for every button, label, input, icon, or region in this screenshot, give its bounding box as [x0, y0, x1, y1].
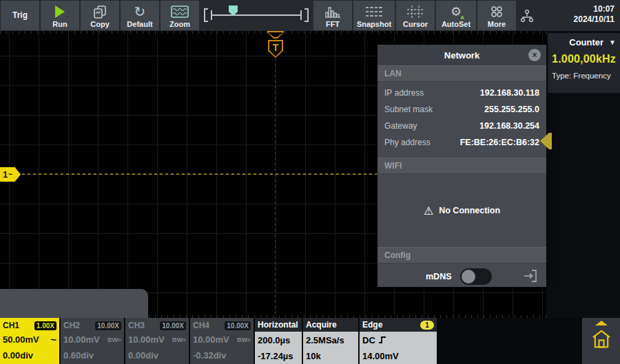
horizontal-panel[interactable]: Horizontal 200.0µs -17.24µs: [255, 318, 302, 364]
trigger-level-marker[interactable]: [540, 133, 552, 149]
counter-value: 1.000,00kHz: [552, 53, 616, 65]
wifi-status-text: No Connection: [439, 206, 500, 215]
ch2-tile[interactable]: CH2 10.00X 10.00mV BW≈ 0.60div: [61, 318, 124, 364]
ip-address-row[interactable]: IP address 192.168.30.118: [378, 85, 546, 101]
phy-address-row[interactable]: Phy address FE:BE:26:EC:B6:32: [378, 134, 546, 151]
counter-title: Counter: [569, 37, 603, 47]
sample-rate-value: 2.5MSa/s: [306, 335, 344, 345]
lan-status-icon[interactable]: [518, 0, 536, 31]
trigger-coupling-value: DC: [362, 335, 375, 345]
reset-icon: ↻: [134, 3, 146, 20]
ch4-tile[interactable]: CH4 10.00X 10.00mV BW≈ -0.32div: [190, 318, 254, 364]
expand-up-icon: [595, 321, 608, 325]
trigger-level-value: 14.00mV: [362, 351, 399, 361]
zoom-waveform-icon: [171, 3, 189, 20]
mdns-label: mDNS: [426, 272, 452, 281]
trigger-funnel-icon: [267, 31, 284, 39]
cursor-icon: [407, 3, 424, 20]
horizontal-position-slider[interactable]: [201, 0, 311, 31]
more-grid-icon: [490, 3, 503, 20]
ch1-probe-badge: 1.00X: [34, 321, 56, 330]
autoset-button[interactable]: ⚙A AutoSet: [436, 1, 476, 30]
snapshot-icon: [365, 3, 383, 20]
ch3-tile[interactable]: CH3 10.00X 10.00mV BW≈ 0.00div: [125, 318, 189, 364]
date-label: 2024/10/11: [574, 14, 614, 25]
clock: 10:07 2024/10/11: [574, 0, 620, 31]
trigger-panel[interactable]: Edge 1 DC 14.00mV: [360, 318, 437, 364]
ac-coupling-icon: ~: [50, 334, 56, 345]
config-section-header: Config: [378, 247, 546, 264]
ch1-level-marker[interactable]: 1 ~: [0, 167, 21, 182]
copy-icon: [93, 3, 107, 20]
counter-dropdown[interactable]: Counter ▼: [552, 37, 616, 47]
network-dialog: Network × LAN IP address 192.168.30.118 …: [378, 45, 546, 287]
trig-label: Trig: [12, 11, 28, 20]
slider-track: [211, 14, 302, 16]
warning-icon: ⚠: [424, 204, 433, 217]
top-toolbar: Trig Run Copy ↻ Default Zoom: [0, 0, 620, 31]
network-dialog-header: Network ×: [378, 45, 546, 65]
ch1-tile[interactable]: CH1 1.00X 50.00mV ~ 0.00div: [0, 318, 59, 364]
ch2-probe-badge: 10.00X: [95, 321, 121, 330]
apply-exit-icon[interactable]: [523, 269, 538, 285]
bandwidth-limit-icon: BW≈: [237, 336, 251, 343]
acquire-panel[interactable]: Acquire 2.5MSa/s 10k: [303, 318, 358, 364]
gateway-row[interactable]: Gateway 192.168.30.254: [378, 118, 546, 134]
cursor-button[interactable]: Cursor: [396, 1, 435, 30]
fft-icon: [324, 3, 341, 20]
slider-right-tick: [300, 10, 302, 20]
trigger-source-badge: 1: [420, 321, 434, 330]
wifi-status: ⚠ No Connection: [378, 174, 546, 247]
ch4-probe-badge: 10.00X: [225, 321, 251, 330]
run-button[interactable]: Run: [41, 1, 79, 30]
chevron-down-icon: ▼: [609, 39, 616, 46]
subnet-mask-row[interactable]: Subnet mask 255.255.255.0: [378, 101, 546, 118]
slider-right-bracket: [304, 8, 309, 22]
autoset-gear-icon: ⚙A: [451, 3, 462, 20]
oscilloscope-screen: Trig Run Copy ↻ Default Zoom: [0, 0, 620, 364]
counter-type: Type: Frequency: [552, 72, 616, 80]
home-button[interactable]: [582, 318, 620, 364]
mdns-toggle[interactable]: [460, 268, 492, 285]
copy-button[interactable]: Copy: [81, 1, 119, 30]
more-button[interactable]: More: [477, 1, 516, 30]
ch3-probe-badge: 10.00X: [160, 321, 186, 330]
timebase-value: 200.0µs: [258, 335, 290, 345]
bottom-status-bar: CH1 1.00X 50.00mV ~ 0.00div CH2 10.00X 1…: [0, 318, 620, 364]
trigger-position-marker[interactable]: T: [267, 31, 285, 58]
dialog-title: Network: [444, 50, 479, 61]
run-play-icon: [55, 3, 65, 20]
counter-panel: Counter ▼ 1.000,00kHz Type: Frequency: [548, 33, 620, 93]
wifi-section-header: WIFI: [378, 158, 546, 174]
snapshot-button[interactable]: Snapshot: [353, 1, 395, 30]
memory-depth-value: 10k: [306, 351, 321, 361]
trigger-shield-icon: T: [268, 40, 283, 58]
mdns-row: mDNS: [378, 264, 546, 290]
lan-section-header: LAN: [378, 65, 546, 82]
bandwidth-limit-icon: BW≈: [107, 336, 121, 343]
fft-button[interactable]: FFT: [313, 1, 352, 30]
bandwidth-limit-icon: BW≈: [172, 336, 186, 343]
trigger-level-arrow-icon: [540, 133, 549, 149]
rising-edge-icon: [378, 335, 387, 346]
right-sidebar: Counter ▼ 1.000,00kHz Type: Frequency: [546, 31, 620, 318]
close-icon[interactable]: ×: [528, 49, 541, 61]
home-icon: [590, 328, 613, 351]
trig-menu-button[interactable]: Trig: [1, 1, 39, 30]
slider-left-bracket: [204, 8, 208, 22]
time-label: 10:07: [574, 4, 614, 14]
horizontal-offset-value: -17.24µs: [258, 351, 293, 361]
default-button[interactable]: ↻ Default: [121, 1, 159, 30]
collapsed-menu-panel[interactable]: [0, 289, 148, 318]
zoom-button[interactable]: Zoom: [161, 1, 199, 30]
